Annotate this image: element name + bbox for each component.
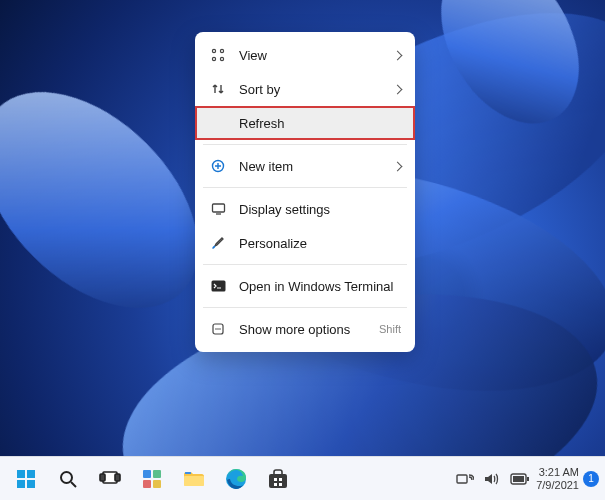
menu-item-refresh[interactable]: Refresh: [195, 106, 415, 140]
menu-item-label: View: [239, 48, 388, 63]
svg-rect-11: [27, 480, 35, 488]
notification-badge[interactable]: 1: [583, 471, 599, 487]
menu-item-view[interactable]: View: [195, 38, 415, 72]
menu-item-label: New item: [239, 159, 388, 174]
menu-item-label: Open in Windows Terminal: [239, 279, 401, 294]
taskbar: 3:21 AM 7/9/2021 1: [0, 456, 605, 500]
svg-point-2: [212, 57, 215, 60]
clock-time: 3:21 AM: [539, 466, 579, 479]
store-button[interactable]: [258, 459, 298, 499]
battery-icon[interactable]: [510, 473, 530, 485]
svg-rect-20: [184, 476, 204, 486]
volume-icon[interactable]: [484, 472, 500, 486]
svg-rect-8: [17, 470, 25, 478]
widgets-icon: [142, 469, 162, 489]
svg-point-0: [212, 49, 215, 52]
svg-point-12: [61, 472, 72, 483]
svg-rect-17: [153, 470, 161, 478]
svg-point-3: [220, 57, 223, 60]
terminal-icon: [209, 280, 227, 292]
file-explorer-button[interactable]: [174, 459, 214, 499]
brush-icon: [209, 236, 227, 250]
svg-point-1: [220, 49, 223, 52]
menu-item-show-more[interactable]: Show more options Shift: [195, 312, 415, 346]
svg-rect-18: [143, 480, 151, 488]
menu-separator: [203, 307, 407, 308]
sort-icon: [209, 82, 227, 96]
store-icon: [267, 469, 289, 489]
svg-rect-15: [115, 474, 120, 481]
chevron-right-icon: [393, 50, 403, 60]
menu-item-terminal[interactable]: Open in Windows Terminal: [195, 269, 415, 303]
desktop-wallpaper[interactable]: View Sort by Refresh New: [0, 0, 605, 500]
svg-rect-6: [211, 281, 225, 292]
svg-rect-26: [274, 483, 277, 486]
edge-icon: [225, 468, 247, 490]
svg-rect-23: [269, 474, 287, 488]
svg-rect-27: [279, 483, 282, 486]
search-icon: [58, 469, 78, 489]
svg-rect-21: [185, 472, 191, 474]
menu-separator: [203, 264, 407, 265]
network-icon[interactable]: [456, 472, 474, 486]
chevron-right-icon: [393, 84, 403, 94]
svg-rect-25: [279, 478, 282, 481]
menu-separator: [203, 187, 407, 188]
svg-rect-30: [527, 477, 529, 481]
taskview-icon: [99, 470, 121, 488]
start-button[interactable]: [6, 459, 46, 499]
taskbar-pinned-apps: [6, 459, 298, 499]
more-icon: [209, 322, 227, 336]
menu-item-shortcut: Shift: [379, 323, 401, 335]
chevron-right-icon: [393, 161, 403, 171]
plus-circle-icon: [209, 159, 227, 173]
search-button[interactable]: [48, 459, 88, 499]
widgets-button[interactable]: [132, 459, 172, 499]
menu-item-label: Show more options: [239, 322, 379, 337]
system-tray[interactable]: [456, 472, 536, 486]
display-icon: [209, 202, 227, 216]
svg-rect-31: [513, 476, 524, 482]
svg-rect-10: [17, 480, 25, 488]
svg-rect-28: [457, 475, 467, 483]
menu-item-label: Refresh: [239, 116, 401, 131]
start-icon: [16, 469, 36, 489]
menu-item-sort-by[interactable]: Sort by: [195, 72, 415, 106]
task-view-button[interactable]: [90, 459, 130, 499]
menu-separator: [203, 144, 407, 145]
menu-item-new[interactable]: New item: [195, 149, 415, 183]
svg-rect-19: [153, 480, 161, 488]
menu-item-label: Personalize: [239, 236, 401, 251]
menu-item-personalize[interactable]: Personalize: [195, 226, 415, 260]
edge-button[interactable]: [216, 459, 256, 499]
svg-rect-14: [100, 474, 105, 481]
clock-date: 7/9/2021: [536, 479, 579, 492]
svg-rect-16: [143, 470, 151, 478]
menu-item-display-settings[interactable]: Display settings: [195, 192, 415, 226]
menu-item-label: Display settings: [239, 202, 401, 217]
grid-icon: [209, 48, 227, 62]
taskbar-clock[interactable]: 3:21 AM 7/9/2021: [536, 466, 579, 492]
menu-item-label: Sort by: [239, 82, 388, 97]
desktop-context-menu: View Sort by Refresh New: [195, 32, 415, 352]
svg-rect-5: [212, 204, 224, 212]
svg-rect-24: [274, 478, 277, 481]
svg-rect-9: [27, 470, 35, 478]
explorer-icon: [183, 470, 205, 488]
